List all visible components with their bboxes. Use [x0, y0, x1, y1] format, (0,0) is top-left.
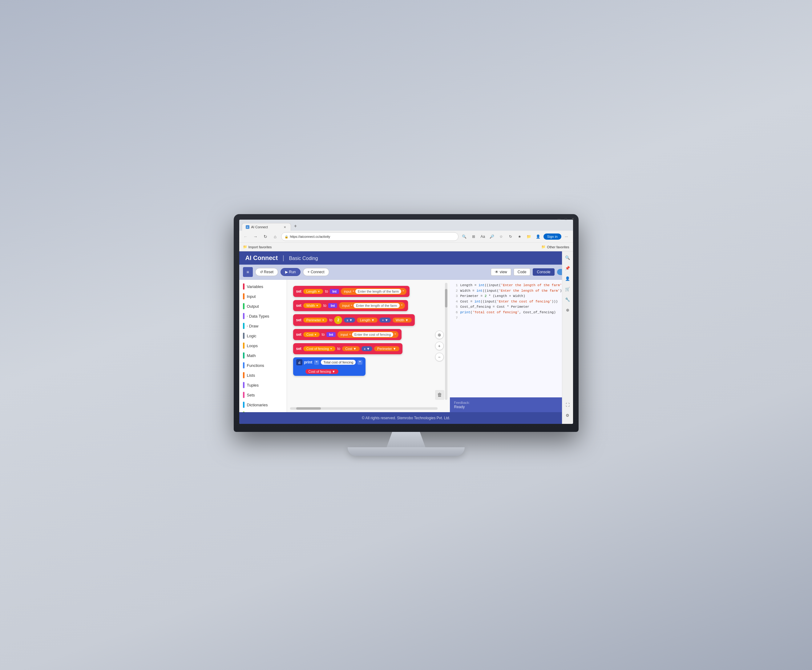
op-chip-x[interactable]: x ▼	[344, 318, 355, 323]
int-chip-4[interactable]: Int	[326, 332, 335, 337]
sidebar-item-conversion[interactable]: Conversion	[239, 410, 287, 412]
sidebar-item-lists[interactable]: Lists	[239, 370, 287, 380]
rs-user-icon[interactable]: 👤	[564, 275, 571, 282]
address-bar[interactable]: 🔒 https://aiconnect.cc/activity	[281, 232, 459, 241]
color-bar	[243, 313, 245, 319]
sidebar-item-datatypes[interactable]: › Data Types	[239, 311, 287, 321]
input-block-1[interactable]: input ❝ Enter the length of the farm ❞	[341, 288, 407, 295]
num-chip-2[interactable]: 2	[334, 316, 342, 324]
reload-button[interactable]: ↻	[262, 233, 269, 240]
minimize-button[interactable]: —	[557, 220, 561, 221]
other-favorites-bookmark[interactable]: 📁 Other favorites	[540, 244, 570, 250]
profile-btn[interactable]: 👤	[534, 233, 542, 240]
trash-button[interactable]: 🗑	[435, 390, 444, 400]
sidebar-item-sets[interactable]: Sets	[239, 390, 287, 400]
search-icon-btn[interactable]: 🔍	[460, 233, 468, 240]
sidebar-item-logic[interactable]: Logic	[239, 331, 287, 341]
scroll-v-thumb[interactable]	[445, 289, 447, 308]
var-ref-cost[interactable]: Cost ▼	[342, 346, 360, 351]
view-dropdown-btn[interactable]: 👁 view	[491, 268, 511, 276]
int-chip-1[interactable]: Int	[330, 289, 339, 294]
set-block-width[interactable]: set Width ▼ to Int input ❝	[293, 300, 408, 311]
print-block[interactable]: 🖨 print ❝ Total cost of fencing ❞	[293, 357, 366, 376]
canvas-scroll-vertical[interactable]	[445, 283, 447, 400]
tab-close-button[interactable]: ✕	[283, 225, 287, 229]
sidebar-item-math[interactable]: Math	[239, 350, 287, 360]
menu-button[interactable]: ≡	[243, 267, 253, 277]
rs-search-icon[interactable]: 🔍	[564, 254, 571, 261]
new-tab-button[interactable]: +	[292, 222, 300, 230]
var-ref-perimeter[interactable]: Perimeter ▼	[374, 346, 399, 351]
crosshair-btn[interactable]: ⊕	[435, 330, 444, 339]
code-line-6: 6 print('Total cost of fencing', Cost_of…	[453, 310, 570, 315]
home-button[interactable]: ⌂	[271, 233, 279, 240]
int-chip-2[interactable]: Int	[328, 303, 337, 308]
back-button[interactable]: ←	[242, 233, 250, 240]
console-tab[interactable]: Console	[533, 268, 554, 276]
restore-button[interactable]: □	[564, 220, 568, 221]
sidebar-item-draw[interactable]: › Draw	[239, 321, 287, 331]
op-chip-x2[interactable]: x ▼	[361, 346, 372, 351]
print-text-value[interactable]: Total cost of fencing	[321, 360, 356, 365]
connect-button[interactable]: + Connect	[303, 268, 329, 276]
import-favorites-bookmark[interactable]: 📁 Import favorites	[242, 244, 273, 250]
var-ref-width[interactable]: Width ▼	[393, 318, 412, 323]
sidebar-item-output[interactable]: Output	[239, 301, 287, 311]
scroll-h-thumb[interactable]	[296, 407, 321, 410]
rs-settings-icon[interactable]: ⚙	[564, 411, 571, 419]
canvas-scroll-horizontal[interactable]	[290, 407, 437, 410]
reset-button[interactable]: ↺ Reset	[255, 268, 279, 276]
rs-shop-icon[interactable]: 🛒	[564, 285, 571, 293]
var-chip-length[interactable]: Length ▼	[303, 289, 323, 294]
input-block-2[interactable]: input ❝ Enter the length of the farm ❞	[339, 302, 405, 309]
bookmark-btn[interactable]: ☆	[497, 233, 505, 240]
zoom-btn[interactable]: 🔎	[488, 233, 496, 240]
sign-in-button[interactable]: Sign in	[544, 233, 561, 240]
line-num-2: 2	[453, 288, 458, 294]
zoom-out-btn[interactable]: −	[435, 353, 444, 361]
refresh-btn[interactable]: ↻	[506, 233, 515, 240]
app-title: AI Connect | Basic Coding	[245, 254, 318, 262]
set-block-cost-of-fencing[interactable]: set Cost of fencing ▼ to Cost ▼	[293, 343, 402, 354]
var-chip-cost-of-fencing[interactable]: Cost of fencing ▼	[303, 346, 335, 351]
var-chip-perimeter[interactable]: Perimeter ▼	[303, 318, 328, 323]
close-button[interactable]: ✕	[571, 220, 573, 221]
reader-view-btn[interactable]: Aa	[479, 233, 487, 240]
sidebar-toggle-btn[interactable]: ⊞	[469, 233, 478, 240]
more-options-btn[interactable]: ···	[562, 233, 571, 240]
input-field-4[interactable]: Enter the cost of fencing	[352, 332, 393, 337]
run-button[interactable]: ▶ Run	[280, 268, 300, 276]
set-label-5: set	[296, 347, 301, 351]
sidebar-item-loops[interactable]: Loops	[239, 341, 287, 350]
browser-tab-aiconnect[interactable]: A AI Connect ✕	[242, 223, 291, 231]
rs-layout-icon[interactable]: ⛶	[564, 401, 571, 408]
favorites-btn[interactable]: ★	[516, 233, 524, 240]
input-field-1[interactable]: Enter the length of the farm	[355, 289, 401, 294]
to-label-5: to	[337, 347, 340, 351]
sidebar-item-tuples[interactable]: Tuples	[239, 380, 287, 390]
cost-of-fencing-chip[interactable]: Cost of fencing ▼	[306, 369, 338, 374]
zoom-in-btn[interactable]: +	[435, 342, 444, 350]
rs-add-icon[interactable]: ⊕	[564, 306, 571, 314]
var-ref-length[interactable]: Length ▼	[357, 318, 378, 323]
var-chip-cost[interactable]: Cost ▼	[303, 332, 320, 337]
line-num-5: 5	[453, 305, 458, 310]
rs-pin-icon[interactable]: 📌	[564, 264, 571, 272]
code-line-3: 3 Perimeter = 2 * (Length + Width)	[453, 294, 570, 299]
collections-btn[interactable]: 📁	[525, 233, 533, 240]
input-field-2[interactable]: Enter the length of the farm	[353, 303, 399, 308]
input-block-4[interactable]: input ❝ Enter the cost of fencing ❞	[338, 331, 399, 338]
rs-tools-icon[interactable]: 🔧	[564, 296, 571, 303]
sidebar-item-input[interactable]: Input	[239, 291, 287, 301]
code-tab[interactable]: Code	[513, 268, 530, 276]
set-block-cost[interactable]: set Cost ▼ to Int input ❝	[293, 329, 402, 340]
sidebar-item-functions[interactable]: Functions	[239, 360, 287, 370]
var-chip-width[interactable]: Width ▼	[303, 303, 321, 308]
set-block-perimeter[interactable]: set Perimeter ▼ to 2 x ▼	[293, 314, 415, 326]
sidebar-item-variables[interactable]: Variables	[239, 282, 287, 291]
sidebar-item-dictionaries[interactable]: Dictionaries	[239, 400, 287, 410]
forward-button[interactable]: →	[252, 233, 260, 240]
op-chip-plus[interactable]: + ▼	[379, 318, 390, 323]
to-label-3: to	[329, 318, 332, 322]
set-block-length[interactable]: set Length ▼ to Int input ❝	[293, 286, 410, 297]
